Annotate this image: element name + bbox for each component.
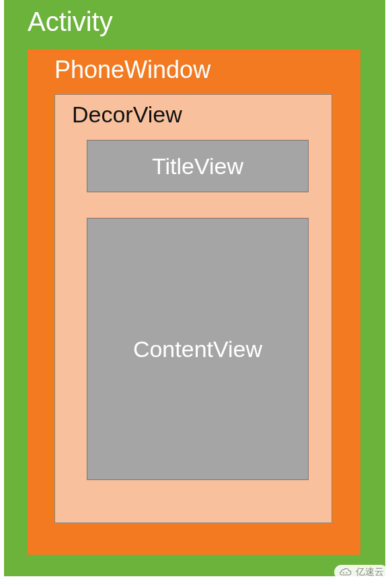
- decor-view-label: DecorView: [72, 102, 311, 128]
- svg-point-0: [343, 572, 344, 574]
- activity-container: Activity PhoneWindow DecorView TitleView…: [4, 0, 385, 576]
- cloud-icon: [338, 567, 353, 578]
- watermark: 亿速云: [334, 565, 388, 580]
- content-view-label: ContentView: [133, 336, 262, 362]
- decor-view-container: DecorView TitleView ContentView: [54, 94, 332, 523]
- content-view-box: ContentView: [87, 218, 309, 480]
- phone-window-label: PhoneWindow: [54, 56, 340, 84]
- title-view-box: TitleView: [87, 140, 309, 192]
- activity-label: Activity: [28, 7, 365, 37]
- title-view-label: TitleView: [152, 153, 243, 180]
- svg-point-1: [346, 572, 348, 574]
- phone-window-container: PhoneWindow DecorView TitleView ContentV…: [28, 49, 360, 555]
- watermark-text: 亿速云: [356, 566, 384, 578]
